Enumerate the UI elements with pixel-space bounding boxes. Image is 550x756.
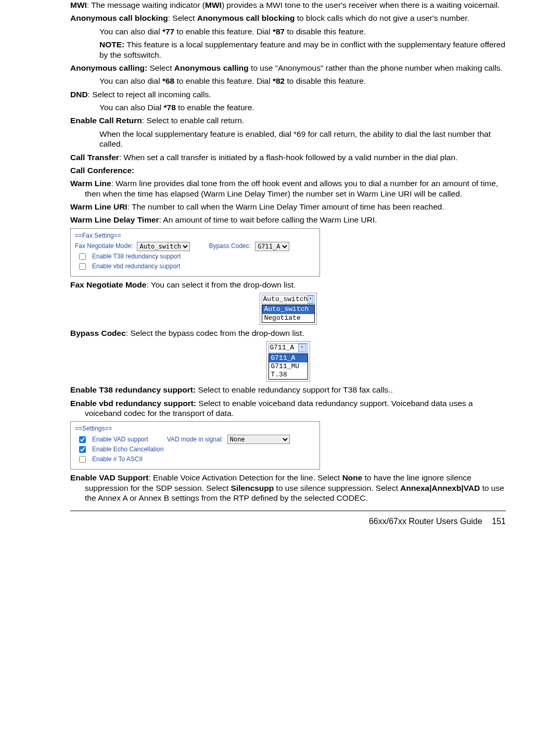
dropdown-selected-value: G711_A <box>270 344 295 352</box>
bypass-codec-label: Bypass Codec: <box>209 242 251 250</box>
vad-checkbox[interactable] <box>79 436 86 443</box>
term: Enable VAD Support <box>70 473 148 482</box>
term: Fax Negotiate Mode <box>70 280 146 289</box>
text: : The number to call when the Warm Line … <box>127 202 444 211</box>
term: Warm Line Delay Timer <box>70 215 159 224</box>
vbd-checkbox[interactable] <box>79 263 86 270</box>
text: to disable this feature. <box>285 76 366 85</box>
entry-mwi: MWI: The message waiting indicator (MWI)… <box>70 0 506 10</box>
echo-cancel-label: Enable Echo Cancellation <box>92 446 163 453</box>
entry-vad-support: Enable VAD Support: Enable Voice Activat… <box>70 473 506 503</box>
entry-anon-block: Anonymous call blocking: Select Anonymou… <box>70 13 506 60</box>
dropdown-option[interactable]: G711_A <box>269 354 308 362</box>
dropdown-list: Auto_switch Negotiate <box>262 305 315 323</box>
code-enable: *78 <box>164 103 176 112</box>
term: Enable vbd redundancy support: <box>70 399 196 408</box>
fax-negotiate-select[interactable]: Auto_switch <box>137 242 190 251</box>
text: to use "Anonymous" rather than the phone… <box>249 63 503 72</box>
entry-fax-negotiate: Fax Negotiate Mode: You can select it fr… <box>70 280 506 290</box>
text: : Warm line provides dial tone from the … <box>85 179 498 198</box>
text: Select to enable redundancy support for … <box>196 385 393 394</box>
page-footer: 66xx/67xx Router Users Guide 151 <box>70 511 506 527</box>
entry-vbd: Enable vbd redundancy support: Select to… <box>70 398 506 419</box>
term: Anonymous calling: <box>70 63 147 72</box>
vad-mode-select[interactable]: None <box>227 435 290 444</box>
page-body: MWI: The message waiting indicator (MWI)… <box>0 0 550 527</box>
chevron-down-icon: ▾ <box>308 295 313 304</box>
text: ) provides a MWI tone to the user's rece… <box>222 1 500 9</box>
t38-checkbox[interactable] <box>79 253 86 260</box>
bypass-codec-select[interactable]: G711_A <box>255 242 289 251</box>
text: : The message waiting indicator ( <box>87 1 205 9</box>
term2: Anonymous calling <box>174 63 249 72</box>
t38-checkbox-label: Enable T38 redundancy support <box>92 253 181 260</box>
code-enable: *77 <box>162 27 174 36</box>
code-disable: *82 <box>273 76 285 85</box>
text: Select <box>147 63 174 72</box>
term: Enable T38 redundancy support: <box>70 385 196 394</box>
term: Anonymous call blocking <box>70 14 168 22</box>
dropdown-option[interactable]: T.38 <box>269 371 308 379</box>
entry-warm-line-uri: Warm Line URI: The number to call when t… <box>70 202 506 212</box>
text: You can also Dial <box>99 103 164 112</box>
panel-title: ==Fax Setting== <box>75 232 315 240</box>
fax-setting-panel: ==Fax Setting== Fax Negotiate Mode: Auto… <box>70 228 320 277</box>
hash-ascii-label: Enable # To ASCII <box>92 455 143 463</box>
page-number: 151 <box>492 517 506 526</box>
text: : Select the bypass codec from the drop-… <box>126 329 304 337</box>
sub-dial-codes: You can also Dial *78 to enable the feat… <box>70 102 506 112</box>
sub-dial-codes: You can also dial *68 to enable this fea… <box>70 76 506 86</box>
text: : Select to reject all incoming calls. <box>88 90 211 99</box>
text: You can also dial <box>99 76 162 85</box>
term: Warm Line <box>70 179 111 188</box>
text: : You can select it from the drop-down l… <box>146 280 296 289</box>
note-label: NOTE: <box>99 40 124 49</box>
text: to enable the feature. <box>176 103 254 112</box>
text: : When set a call transfer is initiated … <box>119 153 458 162</box>
code-disable: *87 <box>273 27 285 36</box>
text: : Select <box>168 14 197 22</box>
vad-checkbox-label: Enable VAD support <box>92 436 148 444</box>
note: NOTE: This feature is a local supplement… <box>70 40 506 60</box>
entry-call-conference: Call Conference: <box>70 165 506 175</box>
dropdown-header[interactable]: Auto_switch ▾ <box>262 295 315 304</box>
entry-anon-calling: Anonymous calling: Select Anonymous call… <box>70 63 506 86</box>
sub-dial-codes: You can also dial *77 to enable this fea… <box>70 27 506 36</box>
term: Enable Call Return <box>70 116 142 125</box>
entry-dnd: DND: Select to reject all incoming calls… <box>70 89 506 113</box>
opt-none: None <box>342 473 363 482</box>
entry-warm-line: Warm Line: Warm line provides dial tone … <box>70 178 506 199</box>
echo-cancel-checkbox[interactable] <box>79 446 86 453</box>
dropdown-list: G711_A G711_MU T.38 <box>268 354 308 380</box>
bypass-codec-dropdown-figure: G711_A ▾ G711_A G711_MU T.38 <box>70 341 506 382</box>
text: to use silence suppression. Select <box>274 484 400 492</box>
entry-bypass-codec: Bypass Codec: Select the bypass codec fr… <box>70 328 506 338</box>
text: : Select to enable call return. <box>142 116 244 125</box>
text: : Enable Voice Activation Detection for … <box>148 473 342 482</box>
panel-title: ==Settings== <box>75 425 315 433</box>
dropdown-option[interactable]: Negotiate <box>262 314 314 322</box>
term: Warm Line URI <box>70 202 127 211</box>
settings-panel: ==Settings== Enable VAD support VAD mode… <box>70 421 320 470</box>
entry-warm-line-delay: Warm Line Delay Timer: An amount of time… <box>70 215 506 225</box>
text: You can also dial <box>99 27 162 36</box>
abbr-mwi: MWI <box>205 1 222 9</box>
term: Call Conference: <box>70 166 134 175</box>
term: Call Transfer <box>70 153 119 162</box>
hash-ascii-checkbox[interactable] <box>79 456 86 463</box>
fax-negotiate-label: Fax Negotiate Mode: <box>75 242 133 250</box>
vbd-checkbox-label: Enable vbd redundancy support <box>92 263 180 270</box>
term-mwi: MWI <box>70 1 87 9</box>
entry-call-transfer: Call Transfer: When set a call transfer … <box>70 152 506 162</box>
sub-text: When the local supplementary feature is … <box>70 129 506 149</box>
term2: Anonymous call blocking <box>197 14 295 22</box>
chevron-down-icon: ▾ <box>298 344 306 352</box>
opt-annex: Annexa|Annexb|VAD <box>400 484 480 492</box>
note-text: This feature is a local supplementary fe… <box>99 40 505 59</box>
code-enable: *68 <box>162 76 174 85</box>
vad-mode-label: VAD mode in signal: <box>167 436 223 444</box>
dropdown-option[interactable]: G711_MU <box>269 362 308 371</box>
dropdown-header[interactable]: G711_A ▾ <box>268 343 308 353</box>
dropdown-selected-value: Auto_switch <box>263 295 308 304</box>
dropdown-option[interactable]: Auto_switch <box>262 305 314 314</box>
